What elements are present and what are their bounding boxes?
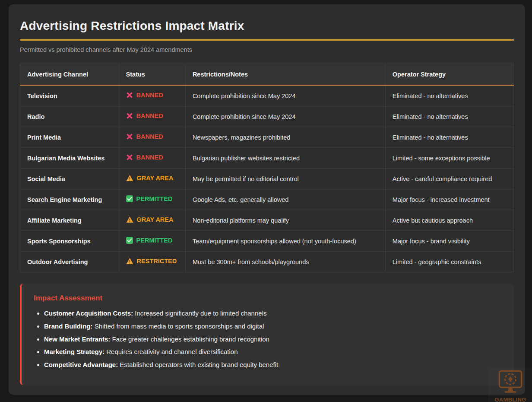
channel-cell: Affiliate Marketing bbox=[20, 210, 119, 231]
cross-icon bbox=[126, 92, 133, 99]
column-header: Restrictions/Notes bbox=[185, 64, 385, 86]
page-title: Advertising Restrictions Impact Matrix bbox=[20, 19, 514, 33]
status-cell: GRAY AREA bbox=[119, 210, 185, 231]
strategy-cell: Active - careful compliance required bbox=[385, 169, 513, 189]
channel-cell: Social Media bbox=[20, 169, 119, 189]
status-cell: BANNED bbox=[119, 85, 185, 106]
channel-cell: Television bbox=[20, 85, 119, 106]
notes-cell: Google Ads, etc. generally allowed bbox=[185, 189, 385, 210]
impact-assessment-title: Impact Assessment bbox=[34, 294, 502, 303]
status-cell: BANNED bbox=[119, 127, 185, 148]
gambling-monitor-chip-icon bbox=[495, 389, 526, 396]
status-badge: PERMITTED bbox=[136, 195, 173, 202]
status-cell: PERMITTED bbox=[119, 189, 185, 210]
strategy-cell: Eliminated - no alternatives bbox=[385, 127, 513, 148]
table-row: Social MediaGRAY AREAMay be permitted if… bbox=[20, 169, 514, 189]
title-divider bbox=[20, 39, 514, 41]
strategy-cell: Major focus - brand visibility bbox=[385, 231, 513, 252]
warning-icon bbox=[126, 175, 133, 182]
status-badge: GRAY AREA bbox=[137, 175, 174, 182]
strategy-cell: Major focus - increased investment bbox=[385, 189, 513, 210]
table-row: TelevisionBANNEDComplete prohibition sin… bbox=[20, 85, 514, 106]
impact-item: Brand Building: Shifted from mass media … bbox=[44, 322, 502, 331]
status-badge: BANNED bbox=[136, 154, 163, 161]
notes-cell: Complete prohibition since May 2024 bbox=[185, 106, 385, 127]
notes-cell: Bulgarian publisher websites restricted bbox=[185, 148, 385, 169]
impact-item: New Market Entrants: Face greater challe… bbox=[44, 335, 502, 344]
cross-icon bbox=[126, 154, 133, 161]
status-badge: BANNED bbox=[136, 133, 163, 140]
channel-cell: Radio bbox=[20, 106, 119, 127]
strategy-cell: Eliminated - no alternatives bbox=[385, 106, 513, 127]
impact-item-label: New Market Entrants: bbox=[44, 335, 110, 343]
gambling-databases-logo: GAMBLING DATABASES bbox=[488, 367, 532, 402]
table-row: RadioBANNEDComplete prohibition since Ma… bbox=[20, 106, 514, 127]
notes-cell: Complete prohibition since May 2024 bbox=[185, 85, 385, 106]
impact-item-label: Customer Acquisition Costs: bbox=[44, 309, 133, 317]
status-cell: PERMITTED bbox=[119, 231, 185, 252]
check-icon bbox=[126, 237, 133, 244]
impact-assessment-list: Customer Acquisition Costs: Increased si… bbox=[34, 309, 502, 369]
cross-icon bbox=[126, 112, 133, 119]
impact-item: Marketing Strategy: Requires creativity … bbox=[44, 348, 502, 356]
strategy-cell: Active but cautious approach bbox=[385, 210, 513, 231]
table-row: Print MediaBANNEDNewspapers, magazines p… bbox=[20, 127, 514, 148]
table-row: Bulgarian Media WebsitesBANNEDBulgarian … bbox=[20, 148, 514, 169]
table-row: Sports SponsorshipsPERMITTEDTeam/equipme… bbox=[20, 231, 514, 252]
status-cell: BANNED bbox=[119, 148, 185, 169]
channel-cell: Outdoor Advertising bbox=[20, 252, 119, 272]
notes-cell: Must be 300m+ from schools/playgrounds bbox=[185, 252, 385, 272]
impact-item: Competitive Advantage: Established opera… bbox=[44, 361, 502, 369]
impact-item-label: Competitive Advantage: bbox=[44, 361, 118, 368]
table-row: Outdoor AdvertisingRESTRICTEDMust be 300… bbox=[20, 252, 514, 272]
column-header: Status bbox=[119, 64, 185, 86]
channel-cell: Search Engine Marketing bbox=[20, 189, 119, 210]
channel-cell: Bulgarian Media Websites bbox=[20, 148, 119, 169]
cross-icon bbox=[126, 133, 133, 140]
strategy-cell: Limited - geographic constraints bbox=[385, 252, 513, 272]
notes-cell: Newspapers, magazines prohibited bbox=[185, 127, 385, 148]
table-header-row: Advertising ChannelStatusRestrictions/No… bbox=[20, 64, 514, 86]
logo-text-line1: GAMBLING bbox=[490, 397, 531, 402]
status-badge: BANNED bbox=[136, 112, 163, 119]
subtitle: Permitted vs prohibited channels after M… bbox=[20, 46, 514, 53]
status-badge: GRAY AREA bbox=[137, 216, 174, 223]
strategy-cell: Limited - some exceptions possible bbox=[385, 148, 513, 169]
channel-cell: Sports Sponsorships bbox=[20, 231, 119, 252]
status-badge: PERMITTED bbox=[136, 237, 173, 244]
strategy-cell: Eliminated - no alternatives bbox=[385, 85, 513, 106]
impact-item-label: Marketing Strategy: bbox=[44, 348, 104, 355]
column-header: Operator Strategy bbox=[385, 64, 513, 86]
notes-cell: May be permitted if no editorial control bbox=[185, 169, 385, 189]
notes-cell: Team/equipment sponsorships allowed (not… bbox=[185, 231, 385, 252]
impact-item-label: Brand Building: bbox=[44, 322, 93, 330]
status-cell: RESTRICTED bbox=[119, 252, 185, 272]
warning-icon bbox=[126, 216, 133, 223]
notes-cell: Non-editorial platforms may qualify bbox=[185, 210, 385, 231]
impact-assessment-box: Impact Assessment Customer Acquisition C… bbox=[20, 284, 514, 385]
status-badge: RESTRICTED bbox=[137, 258, 177, 265]
warning-icon bbox=[126, 258, 133, 265]
status-cell: BANNED bbox=[119, 106, 185, 127]
impact-matrix-table: Advertising ChannelStatusRestrictions/No… bbox=[20, 64, 514, 272]
column-header: Advertising Channel bbox=[20, 64, 119, 86]
channel-cell: Print Media bbox=[20, 127, 119, 148]
impact-item: Customer Acquisition Costs: Increased si… bbox=[44, 309, 502, 318]
table-row: Search Engine MarketingPERMITTEDGoogle A… bbox=[20, 189, 514, 210]
status-badge: BANNED bbox=[136, 92, 163, 99]
status-cell: GRAY AREA bbox=[119, 169, 185, 189]
main-card: Advertising Restrictions Impact Matrix P… bbox=[9, 4, 525, 395]
check-icon bbox=[126, 195, 133, 202]
table-row: Affiliate MarketingGRAY AREANon-editoria… bbox=[20, 210, 514, 231]
